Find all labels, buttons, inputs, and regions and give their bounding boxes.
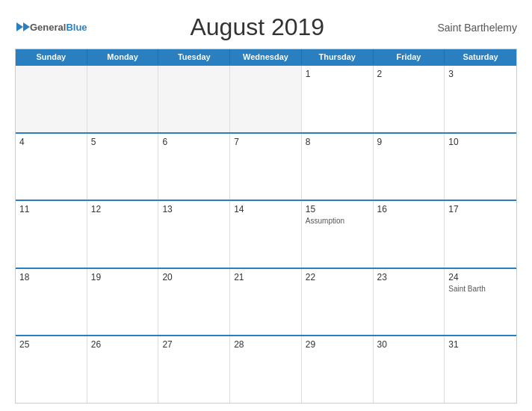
calendar-cell: 28 (230, 336, 302, 403)
day-number: 3 (448, 69, 513, 79)
calendar-cell (230, 66, 302, 132)
calendar-title: August 2019 (87, 13, 427, 41)
region-label: Saint Barthelemy (427, 22, 517, 34)
calendar-cell: 3 (445, 66, 516, 132)
day-number: 9 (377, 137, 441, 147)
calendar-cell (16, 66, 87, 132)
calendar-cell: 10 (445, 134, 516, 200)
calendar-cell: 15Assumption (302, 201, 374, 268)
day-number: 29 (306, 339, 369, 350)
day-number: 11 (19, 204, 83, 214)
calendar-cell: 25 (16, 336, 87, 403)
weekday-header-saturday: Saturday (445, 49, 516, 64)
day-number: 8 (306, 137, 369, 147)
day-number: 19 (91, 272, 155, 282)
calendar-week-1: 123 (16, 64, 516, 132)
calendar-cell: 14 (230, 201, 302, 268)
day-number: 22 (306, 272, 369, 282)
weekday-header-friday: Friday (374, 49, 445, 64)
calendar-cell: 13 (158, 201, 230, 268)
calendar-cell: 20 (158, 269, 230, 336)
day-number: 27 (162, 339, 226, 350)
weekday-header-thursday: Thursday (302, 49, 374, 64)
day-number: 21 (234, 272, 297, 282)
day-number: 31 (448, 339, 513, 350)
day-number: 14 (234, 204, 297, 214)
calendar-header-row: SundayMondayTuesdayWednesdayThursdayFrid… (16, 49, 516, 64)
calendar-cell: 5 (87, 134, 159, 200)
weekday-header-sunday: Sunday (16, 49, 87, 64)
day-number: 12 (91, 204, 155, 214)
day-number: 7 (234, 137, 297, 147)
day-number: 24 (448, 272, 513, 282)
logo-general-text: GeneralBlue (30, 22, 87, 32)
day-number: 25 (19, 339, 83, 350)
day-number: 2 (377, 69, 441, 79)
day-number: 28 (234, 339, 297, 350)
day-number: 10 (448, 137, 513, 147)
day-number: 30 (377, 339, 441, 350)
calendar-cell: 2 (374, 66, 445, 132)
day-number: 23 (377, 272, 441, 282)
day-number: 18 (19, 272, 83, 282)
calendar-cell: 19 (87, 269, 159, 336)
day-number: 1 (306, 69, 369, 79)
calendar-cell: 30 (374, 336, 445, 403)
header: GeneralBlue August 2019 Saint Barthelemy (15, 13, 517, 41)
day-number: 17 (448, 204, 513, 214)
day-number: 5 (91, 137, 155, 147)
calendar-cell: 24Saint Barth (445, 269, 516, 336)
logo-flag-icon (16, 22, 30, 31)
calendar-week-4: 18192021222324Saint Barth (16, 268, 516, 336)
day-number: 15 (306, 204, 369, 214)
calendar-cell: 4 (16, 134, 87, 200)
weekday-header-tuesday: Tuesday (158, 49, 230, 64)
calendar-cell: 7 (230, 134, 302, 200)
calendar-cell: 8 (302, 134, 374, 200)
calendar-week-2: 45678910 (16, 132, 516, 200)
day-number: 16 (377, 204, 441, 214)
weekday-header-monday: Monday (87, 49, 159, 64)
calendar-week-5: 25262728293031 (16, 335, 516, 403)
calendar-cell: 17 (445, 201, 516, 268)
calendar-cell: 31 (445, 336, 516, 403)
calendar-cell: 6 (158, 134, 230, 200)
calendar-cell: 9 (374, 134, 445, 200)
page: GeneralBlue August 2019 Saint Barthelemy… (0, 0, 532, 411)
day-number: 6 (162, 137, 226, 147)
day-number: 4 (19, 137, 83, 147)
calendar-cell: 26 (87, 336, 159, 403)
calendar-cell: 29 (302, 336, 374, 403)
calendar-cell: 16 (374, 201, 445, 268)
weekday-header-wednesday: Wednesday (230, 49, 302, 64)
logo: GeneralBlue (15, 22, 87, 32)
calendar-cell: 23 (374, 269, 445, 336)
calendar-body: 123456789101112131415Assumption161718192… (16, 64, 516, 403)
calendar-cell: 22 (302, 269, 374, 336)
calendar-cell: 11 (16, 201, 87, 268)
calendar-cell: 18 (16, 269, 87, 336)
calendar-cell: 27 (158, 336, 230, 403)
calendar-cell (158, 66, 230, 132)
day-number: 13 (162, 204, 226, 214)
calendar-cell: 21 (230, 269, 302, 336)
day-event: Assumption (306, 216, 369, 226)
day-event: Saint Barth (448, 284, 513, 294)
calendar: SundayMondayTuesdayWednesdayThursdayFrid… (15, 49, 517, 404)
day-number: 26 (91, 339, 155, 350)
calendar-week-3: 1112131415Assumption1617 (16, 200, 516, 268)
calendar-cell: 12 (87, 201, 159, 268)
calendar-cell: 1 (302, 66, 374, 132)
calendar-cell (87, 66, 159, 132)
day-number: 20 (162, 272, 226, 282)
